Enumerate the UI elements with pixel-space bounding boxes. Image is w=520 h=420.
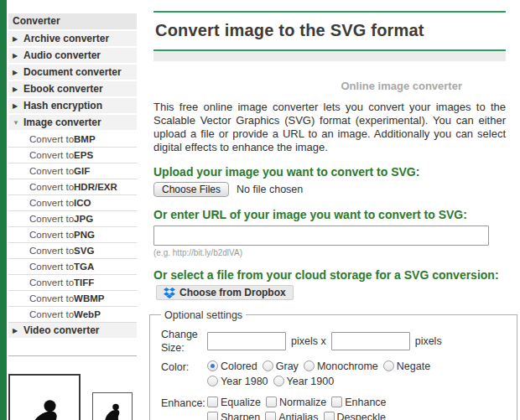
sidebar-item-label: Audio converter xyxy=(23,49,101,61)
sidebar-item-hash-encryption[interactable]: ▶Hash encryption xyxy=(8,98,137,113)
main-content: Convert image to the SVG format Online i… xyxy=(153,0,506,420)
enhance-option-equalize[interactable]: Equalize xyxy=(207,397,261,408)
sidebar-subitem-convert-to-wbmp[interactable]: Convert to WBMP xyxy=(8,291,137,307)
height-input[interactable] xyxy=(331,332,410,350)
optional-settings-fieldset: Optional settings Change Size: pixels x … xyxy=(149,309,517,420)
subitem-prefix: Convert to xyxy=(29,182,74,192)
option-label: Year 1980 xyxy=(221,376,268,387)
dropbox-icon xyxy=(164,288,175,298)
checkbox-unchecked-icon xyxy=(331,397,342,407)
sidebar-green-strip xyxy=(0,0,7,420)
checkbox-unchecked-icon xyxy=(207,397,218,407)
subitem-format: SVG xyxy=(74,246,94,256)
option-label: Sharpen xyxy=(221,412,260,420)
radio-unchecked-icon xyxy=(304,360,315,371)
sidebar-item-label: Ebook converter xyxy=(23,83,103,95)
thinker-silhouette-small-icon xyxy=(99,402,126,420)
url-input[interactable] xyxy=(153,226,489,246)
sidebar-subitem-convert-to-bmp[interactable]: Convert to BMP xyxy=(8,132,137,148)
url-example-hint: (e.g. http://bit.ly/b2dlVA) xyxy=(153,248,506,257)
sidebar-subitem-convert-to-svg[interactable]: Convert to SVG xyxy=(8,243,137,259)
choose-from-dropbox-button[interactable]: Choose from Dropbox xyxy=(156,285,294,300)
bottom-green-rule xyxy=(153,49,506,51)
subitem-prefix: Convert to xyxy=(29,150,74,160)
option-label: Negate xyxy=(397,360,430,372)
color-option-negate[interactable]: Negate xyxy=(383,360,430,372)
sidebar-item-label: Video converter xyxy=(23,324,99,336)
thinker-silhouette-icon xyxy=(18,397,69,420)
sidebar-item-label: Hash encryption xyxy=(23,100,102,111)
sidebar-subitem-convert-to-hdr-exr[interactable]: Convert to HDR/EXR xyxy=(8,179,137,195)
option-label: Gray xyxy=(276,360,299,372)
sample-image-large xyxy=(8,374,81,420)
enhance-label: Enhance: xyxy=(161,397,207,420)
color-row: Color: ColoredGrayMonochromeNegateYear 1… xyxy=(161,360,507,391)
sidebar: Converter ▶Archive converter▶Audio conve… xyxy=(8,13,137,340)
color-option-monochrome[interactable]: Monochrome xyxy=(304,360,378,372)
subitem-format: GIF xyxy=(74,166,90,176)
subitem-prefix: Convert to xyxy=(29,166,74,176)
subitem-format: BMP xyxy=(74,134,96,144)
sidebar-item-image-converter[interactable]: ▼Image converter xyxy=(8,115,137,130)
subitem-format: WBMP xyxy=(74,293,104,303)
radio-unchecked-icon xyxy=(263,360,273,371)
width-input[interactable] xyxy=(207,332,286,350)
subitem-format: ICO xyxy=(74,198,91,208)
chevron-right-icon: ▶ xyxy=(13,35,23,43)
subitem-format: WebP xyxy=(74,309,101,319)
enhance-option-despeckle[interactable]: Despeckle xyxy=(324,412,386,420)
sidebar-subitem-convert-to-png[interactable]: Convert to PNG xyxy=(8,227,137,243)
sidebar-header: Converter xyxy=(8,13,137,29)
enhance-option-enhance[interactable]: Enhance xyxy=(331,397,386,408)
subitem-format: TIFF xyxy=(74,277,94,288)
sidebar-subitem-convert-to-jpg[interactable]: Convert to JPG xyxy=(8,211,137,227)
option-label: Monochrome xyxy=(317,360,378,372)
sidebar-subitem-convert-to-tga[interactable]: Convert to TGA xyxy=(8,259,137,275)
chevron-right-icon: ▶ xyxy=(13,52,23,60)
sidebar-subitem-convert-to-gif[interactable]: Convert to GIF xyxy=(8,163,137,179)
subitem-prefix: Convert to xyxy=(29,309,74,319)
choose-files-button[interactable]: Choose Files xyxy=(153,182,229,197)
color-option-colored[interactable]: Colored xyxy=(207,360,257,372)
sidebar-item-archive-converter[interactable]: ▶Archive converter xyxy=(8,31,137,46)
sidebar-item-audio-converter[interactable]: ▶Audio converter xyxy=(8,48,137,63)
chevron-down-icon: ▼ xyxy=(13,119,23,127)
option-label: Despeckle xyxy=(337,412,386,420)
sidebar-item-video-converter[interactable]: ▶Video converter xyxy=(8,323,137,338)
gray-bar xyxy=(153,52,506,61)
color-option-year-1980[interactable]: Year 1980 xyxy=(207,376,268,387)
sidebar-subitem-convert-to-tiff[interactable]: Convert to TIFF xyxy=(8,275,137,291)
radio-checked-icon xyxy=(207,360,218,371)
enhance-option-normalize[interactable]: Normalize xyxy=(266,397,326,408)
chevron-right-icon: ▶ xyxy=(13,327,23,334)
sidebar-item-document-converter[interactable]: ▶Document converter xyxy=(8,65,137,80)
sidebar-list: ▶Archive converter▶Audio converter▶Docum… xyxy=(8,31,137,338)
color-option-year-1900[interactable]: Year 1900 xyxy=(273,376,335,387)
chevron-right-icon: ▶ xyxy=(13,69,23,76)
checkbox-unchecked-icon xyxy=(265,412,276,420)
chevron-right-icon: ▶ xyxy=(13,102,23,110)
option-label: Equalize xyxy=(221,397,261,408)
enhance-row: Enhance: EqualizeNormalizeEnhanceSharpen… xyxy=(161,397,507,420)
subitem-prefix: Convert to xyxy=(29,230,74,240)
subitem-prefix: Convert to xyxy=(29,198,74,208)
sidebar-item-label: Archive converter xyxy=(23,33,109,44)
color-label: Color: xyxy=(161,360,207,391)
subitem-format: PNG xyxy=(74,230,95,240)
option-label: Enhance xyxy=(345,397,386,408)
online-image-converter-label: Online image converter xyxy=(153,80,506,92)
converter-description: This free online image converter lets yo… xyxy=(153,101,506,154)
sidebar-subitem-convert-to-eps[interactable]: Convert to EPS xyxy=(8,148,137,163)
enhance-option-sharpen[interactable]: Sharpen xyxy=(207,412,260,420)
radio-unchecked-icon xyxy=(207,376,218,386)
enhance-options: EqualizeNormalizeEnhanceSharpenAntialias… xyxy=(207,397,507,420)
radio-unchecked-icon xyxy=(383,360,394,371)
top-green-rule xyxy=(153,11,506,13)
sidebar-subitem-convert-to-ico[interactable]: Convert to ICO xyxy=(8,195,137,211)
sidebar-item-ebook-converter[interactable]: ▶Ebook converter xyxy=(8,81,137,96)
enhance-option-antialias[interactable]: Antialias xyxy=(265,412,318,420)
sidebar-subitem-convert-to-webp[interactable]: Convert to WebP xyxy=(8,307,137,323)
option-label: Colored xyxy=(221,360,257,372)
dropbox-button-label: Choose from Dropbox xyxy=(179,287,286,298)
color-option-gray[interactable]: Gray xyxy=(263,360,299,372)
